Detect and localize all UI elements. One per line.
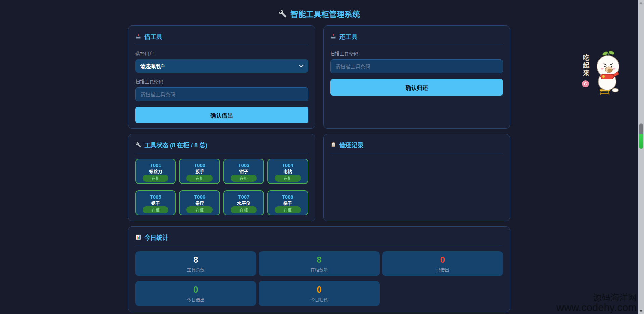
stat-label: 在柜数量 — [310, 266, 328, 273]
wrench-icon — [278, 9, 287, 18]
tool-name: 钳子 — [227, 168, 261, 174]
stat-label: 今日归还 — [310, 296, 328, 303]
tool-name: 梯子 — [271, 200, 305, 206]
tool-name: 水平仪 — [227, 200, 261, 206]
borrow-panel-title: 借工具 — [144, 32, 162, 41]
page: 智能工具柜管理系统 借工具 选择用户 请选择用户 — [0, 0, 638, 314]
confirm-borrow-button[interactable]: 确认借出 — [135, 107, 308, 123]
borrow-panel-header: 借工具 — [135, 32, 308, 45]
tool-id: T007 — [227, 194, 261, 200]
stat-value: 0 — [317, 284, 321, 295]
tool-card: T004 电钻 在柜 — [267, 159, 308, 184]
stat-value: 8 — [317, 255, 321, 265]
tool-id: T003 — [227, 162, 261, 168]
stat-label: 今日借出 — [187, 296, 204, 303]
tool-id: T004 — [271, 162, 305, 168]
borrow-barcode-input[interactable] — [135, 87, 308, 101]
tool-name: 电钻 — [271, 168, 305, 174]
tool-card: T001 螺丝刀 在柜 — [135, 159, 176, 184]
stat-card: 0 今日归还 — [259, 281, 379, 306]
stat-label: 已借出 — [436, 266, 449, 273]
outbox-tray-icon — [330, 33, 336, 39]
tool-status-badge: 在柜 — [186, 206, 212, 213]
user-select-label: 选择用户 — [135, 50, 308, 57]
tool-id: T002 — [182, 162, 216, 168]
return-barcode-label: 扫描工具条码 — [330, 50, 503, 57]
tool-card: T002 扳手 在柜 — [179, 159, 220, 184]
page-title-text: 智能工具柜管理系统 — [290, 8, 360, 19]
stat-card: 8 工具总数 — [135, 251, 256, 276]
clipboard-icon — [330, 142, 336, 148]
return-panel: 还工具 扫描工具条码 确认归还 — [323, 25, 511, 129]
tool-id: T005 — [139, 194, 172, 200]
return-barcode-input[interactable] — [330, 59, 503, 73]
tool-id: T006 — [182, 194, 216, 200]
tool-card: T003 钳子 在柜 — [223, 159, 264, 184]
page-title: 智能工具柜管理系统 — [128, 0, 510, 25]
bar-chart-icon — [135, 234, 141, 240]
tool-status-badge: 在柜 — [231, 175, 257, 182]
tool-id: T001 — [139, 162, 172, 168]
tool-name: 扳手 — [182, 168, 216, 174]
scrollbar-down-arrow[interactable] — [640, 310, 642, 312]
tool-card: T007 水平仪 在柜 — [223, 190, 264, 215]
stat-card: 0 已借出 — [382, 251, 503, 276]
tool-status-badge: 在柜 — [143, 206, 168, 213]
records-panel-title: 借还记录 — [339, 140, 364, 149]
tool-card: T006 卷尺 在柜 — [179, 190, 220, 215]
records-panel-header: 借还记录 — [330, 140, 503, 153]
tool-card: T008 梯子 在柜 — [267, 190, 308, 215]
stats-panel: 今日统计 8 工具总数 8 在柜数量 0 已借出 — [128, 226, 510, 312]
mascot-badge: C — [582, 80, 589, 87]
mascot-caption: 吃起来 — [581, 54, 590, 77]
watermark-site-name: 源码海洋网 — [556, 293, 637, 302]
tool-status-badge: 在柜 — [275, 175, 301, 182]
stat-card: 8 在柜数量 — [259, 251, 379, 276]
scrollbar-thumb[interactable] — [639, 123, 643, 149]
stat-label: 工具总数 — [187, 266, 204, 273]
return-panel-header: 还工具 — [330, 32, 503, 45]
borrow-panel: 借工具 选择用户 请选择用户 扫描工具条码 确认借出 — [128, 25, 315, 129]
confirm-return-button[interactable]: 确认归还 — [330, 79, 503, 96]
mascot-character-illustration — [591, 50, 624, 96]
stat-value: 0 — [440, 255, 445, 265]
user-select[interactable]: 请选择用户 — [135, 59, 308, 73]
tool-status-badge: 在柜 — [143, 175, 168, 182]
tool-name: 卷尺 — [182, 200, 216, 206]
borrow-barcode-label: 扫描工具条码 — [135, 78, 308, 85]
tool-name: 螺丝刀 — [139, 168, 172, 174]
tool-grid: T001 螺丝刀 在柜 T002 扳手 在柜 T003 — [135, 159, 308, 215]
tool-status-badge: 在柜 — [231, 206, 257, 213]
tool-status-badge: 在柜 — [275, 206, 301, 213]
inbox-tray-icon — [135, 33, 141, 39]
return-panel-title: 还工具 — [339, 32, 358, 41]
tool-name: 锯子 — [139, 200, 172, 206]
tool-status-panel-header: 工具状态 (8 在柜 / 8 总) — [135, 140, 308, 153]
watermark-url: www.codehy.com — [556, 302, 637, 313]
scrollbar-up-arrow[interactable] — [640, 2, 642, 4]
stats-panel-title: 今日统计 — [144, 233, 168, 242]
tool-status-panel-title: 工具状态 (8 在柜 / 8 总) — [144, 140, 207, 149]
records-panel: 借还记录 — [323, 134, 511, 221]
tool-card: T005 锯子 在柜 — [135, 190, 176, 215]
tool-status-panel: 工具状态 (8 在柜 / 8 总) T001 螺丝刀 在柜 T002 扳手 — [128, 134, 315, 221]
stats-panel-header: 今日统计 — [135, 233, 503, 246]
watermark: 源码海洋网 www.codehy.com — [556, 293, 637, 313]
mascot-sticker: 吃起来 C — [581, 50, 624, 96]
tool-status-badge: 在柜 — [186, 175, 212, 182]
stat-card: 0 今日借出 — [135, 281, 256, 306]
stats-grid: 8 工具总数 8 在柜数量 0 已借出 0 今 — [135, 251, 503, 306]
stat-value: 0 — [193, 284, 198, 295]
wrench-icon — [135, 142, 141, 148]
scrollbar-track[interactable] — [638, 0, 644, 314]
stat-value: 8 — [193, 255, 198, 265]
records-list-empty — [330, 153, 503, 207]
tool-id: T008 — [271, 194, 305, 200]
